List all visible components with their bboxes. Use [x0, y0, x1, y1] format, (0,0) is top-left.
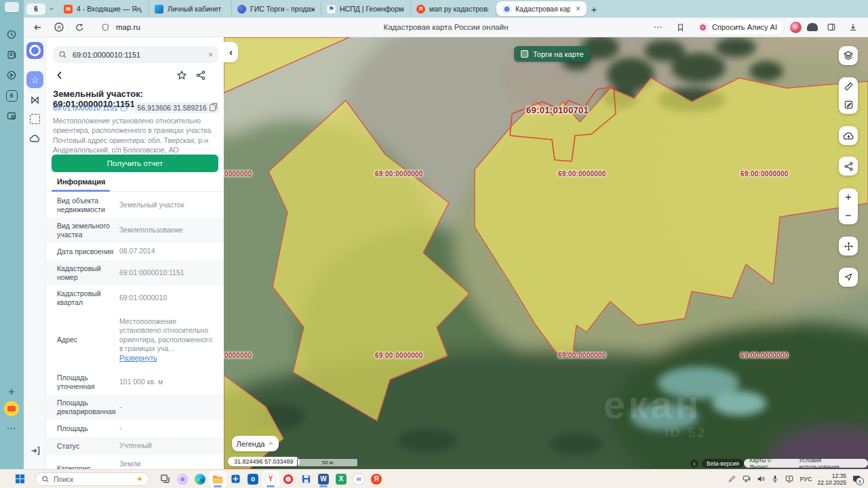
file-explorer-app[interactable]: [209, 471, 226, 487]
volume-icon[interactable]: [757, 474, 766, 483]
panel-back-icon[interactable]: [54, 70, 65, 81]
word-app[interactable]: W: [315, 471, 332, 487]
yandex-mail-icon[interactable]: [4, 401, 19, 416]
tab-information[interactable]: Информация: [57, 178, 105, 186]
share-icon[interactable]: [195, 70, 206, 81]
downloads-icon[interactable]: [845, 19, 861, 35]
more-menu-icon[interactable]: ···: [650, 19, 667, 35]
cadastral-number-chip[interactable]: 69:01:0000010:1151: [53, 102, 130, 113]
quarter-label: 0000000: [224, 170, 252, 178]
quarter-label: 69:00:0000000: [741, 352, 788, 359]
yandex-browser-app[interactable]: Y: [262, 471, 279, 487]
polygon-tool-icon[interactable]: [28, 94, 41, 106]
edge-app[interactable]: [191, 471, 209, 487]
pen-icon[interactable]: [728, 474, 736, 483]
collapse-panel-button[interactable]: ‹: [224, 42, 238, 62]
ask-alice-button[interactable]: Спросить Алису AI: [694, 19, 785, 35]
info-icon[interactable]: i: [690, 460, 698, 468]
torgi-checkbox[interactable]: [521, 50, 528, 58]
notifications-button[interactable]: 6: [852, 474, 861, 483]
info-tabs: Информация: [46, 174, 224, 192]
table-row: Кадастровый номер69:01:0000010:1151: [46, 260, 224, 285]
map-share-icon: [839, 157, 858, 176]
satellite-map[interactable]: [224, 37, 868, 469]
tab-map-search[interactable]: Я мап ру кадастровая карт: [410, 1, 494, 17]
selected-parcel-label: 69:01:0100701: [526, 105, 589, 115]
outlook-app[interactable]: o: [244, 471, 262, 487]
cast-icon[interactable]: [785, 474, 794, 483]
favorites-button[interactable]: ☆: [26, 71, 43, 88]
layers-control[interactable]: [839, 46, 858, 65]
table-row: СтатусУчтенный: [46, 437, 224, 455]
edit-icon[interactable]: [839, 96, 858, 114]
ruler-icon[interactable]: [839, 77, 858, 96]
feed-icon[interactable]: [4, 47, 19, 62]
alice-app[interactable]: [174, 471, 191, 487]
more-icon[interactable]: ···: [4, 421, 19, 436]
app-logo[interactable]: [26, 42, 43, 59]
pan-control[interactable]: [839, 237, 858, 256]
mailru-app[interactable]: ✉: [350, 471, 368, 487]
sign-in-icon[interactable]: [28, 444, 41, 457]
zoom-out-button[interactable]: [839, 207, 858, 225]
copy-icon[interactable]: [210, 104, 216, 111]
start-button[interactable]: [11, 471, 28, 487]
tab-list-chevron-icon[interactable]: [45, 3, 58, 15]
copilot-spark-icon: ✦: [136, 474, 143, 484]
reload-icon[interactable]: [71, 19, 87, 35]
clear-search-icon[interactable]: ×: [208, 50, 213, 60]
upload-control[interactable]: [839, 126, 858, 145]
legend-button[interactable]: Легенда: [232, 436, 279, 451]
panels-icon[interactable]: [823, 19, 840, 35]
close-tab-icon[interactable]: ×: [576, 4, 580, 14]
favorite-star-icon[interactable]: [176, 70, 187, 81]
bookmark-icon[interactable]: [672, 19, 688, 35]
back-icon[interactable]: [29, 19, 45, 35]
locate-control[interactable]: [839, 268, 858, 287]
save-app[interactable]: [297, 471, 315, 487]
video-icon[interactable]: [4, 68, 19, 83]
expand-link[interactable]: Развернуть: [119, 354, 157, 362]
cadastral-search-box[interactable]: ×: [53, 46, 218, 63]
excel-app[interactable]: X: [332, 471, 350, 487]
screenshot-icon[interactable]: [4, 108, 19, 123]
tab-counter-icon[interactable]: 6: [4, 88, 19, 103]
microphone-icon[interactable]: [771, 474, 779, 483]
store-app[interactable]: [226, 471, 244, 487]
search-input[interactable]: [71, 50, 204, 60]
opera-app[interactable]: [279, 471, 297, 487]
tab-cadastral-map-active[interactable]: Кадастровая карта Рос ×: [496, 1, 587, 16]
coordinates-chip[interactable]: 56.913606 31.589216: [134, 102, 219, 113]
zoom-in-button[interactable]: [839, 188, 858, 207]
system-tray: РУС 12:35 22.10.2025 6: [728, 472, 868, 486]
network-icon[interactable]: [742, 474, 751, 483]
history-icon[interactable]: [4, 27, 19, 42]
new-tab-button[interactable]: +: [587, 1, 601, 16]
select-area-icon[interactable]: [28, 113, 41, 125]
terms-link[interactable]: Условия использования: [799, 457, 863, 470]
taskbar-search[interactable]: Поиск ✦: [35, 472, 149, 486]
tab-mail[interactable]: ✉ 4 - Входящие — Яндекс П: [58, 1, 149, 17]
site-badge-icon[interactable]: [97, 19, 113, 35]
share-control[interactable]: [839, 157, 858, 176]
taskbar-clock[interactable]: 12:35 22.10.2025: [817, 472, 846, 486]
tab-group-counter[interactable]: 6: [26, 3, 45, 15]
url-text[interactable]: map.ru: [116, 23, 140, 31]
windows-taskbar: Поиск ✦ o Y W X ✉ Я: [0, 469, 868, 488]
window-tabs-icon[interactable]: [5, 2, 19, 12]
get-report-button[interactable]: Получить отчет: [52, 155, 218, 172]
tab-personal-cabinet[interactable]: Личный кабинет: [149, 1, 231, 17]
copy-icon[interactable]: [121, 104, 127, 111]
tab-gis-torgi[interactable]: ГИС Торги - продажи гос: [231, 1, 321, 17]
yandex-app[interactable]: Я: [368, 471, 385, 487]
language-indicator[interactable]: РУС: [800, 476, 812, 483]
cadastral-map[interactable]: екан ID 52 0000000 69:00:0000000 69:00:0…: [224, 37, 868, 469]
yandex-home-icon[interactable]: Я: [51, 19, 67, 35]
cloud-icon[interactable]: [28, 132, 41, 145]
profile-avatar[interactable]: [790, 22, 802, 33]
torgi-toggle-button[interactable]: Торги на карте: [514, 46, 591, 62]
tab-nspd[interactable]: ⚑ НСПД | Геоинформацион: [321, 1, 410, 17]
task-view-button[interactable]: [156, 471, 174, 487]
add-icon[interactable]: [4, 384, 19, 399]
extension-icon[interactable]: [807, 23, 818, 31]
